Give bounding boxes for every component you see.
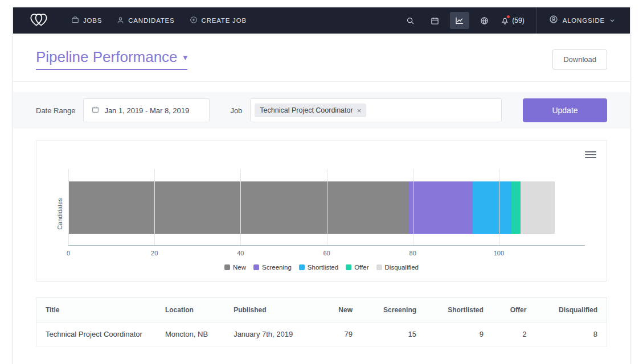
job-chip-label: Technical Project Coordinator (260, 106, 353, 114)
gridline (240, 169, 241, 245)
bar-segment-disqualified[interactable] (521, 181, 555, 234)
download-button[interactable]: Download (552, 49, 607, 69)
pipeline-chart-card: Candidates 020406080100 NewScreeningShor… (36, 140, 607, 282)
gridline (327, 169, 327, 245)
notification-count: (59) (512, 16, 524, 24)
hearts-logo-icon (28, 13, 50, 29)
column-header: Offer (493, 298, 536, 322)
x-tick-label: 60 (323, 250, 330, 257)
date-range-value: Jan 1, 2019 - Mar 8, 2019 (104, 106, 189, 115)
nav-item-jobs[interactable]: JOBS (71, 16, 102, 25)
date-range-input[interactable]: Jan 1, 2019 - Mar 8, 2019 (83, 98, 210, 122)
date-range-label: Date Range (36, 106, 75, 115)
chart-legend: NewScreeningShortlistedOfferDisqualified (48, 264, 595, 271)
plus-circle-icon (190, 16, 198, 25)
table-head-row: TitleLocationPublishedNewScreeningShortl… (36, 298, 607, 322)
legend-item-screening[interactable]: Screening (253, 264, 292, 271)
legend-label: Screening (262, 264, 292, 271)
plot (68, 169, 585, 246)
column-header: Disqualified (535, 298, 607, 322)
column-header: Title (36, 298, 156, 322)
navbar-right-group: (59) ALONGSIDE (395, 7, 615, 34)
table-cell: 15 (362, 322, 425, 346)
legend-label: Offer (354, 264, 368, 271)
table-cell: January 7th, 2019 (224, 322, 321, 346)
bar-segment-offer[interactable] (511, 181, 520, 234)
bar-segment-shortlisted[interactable] (473, 181, 511, 234)
account-menu[interactable]: ALONGSIDE (536, 7, 615, 34)
gridline (68, 169, 69, 245)
user-circle-icon (549, 15, 558, 26)
chevron-down-icon (609, 15, 615, 26)
chip-close-icon[interactable]: × (357, 107, 362, 114)
legend-swatch (253, 264, 259, 270)
nav-item-label: JOBS (83, 17, 102, 24)
gridline (499, 169, 499, 245)
legend-swatch (299, 264, 305, 270)
brand-logo[interactable] (28, 13, 50, 29)
bell-icon (501, 16, 509, 25)
legend-swatch (224, 264, 230, 270)
legend-swatch (376, 264, 382, 270)
nav-item-candidates[interactable]: CANDIDATES (117, 16, 174, 25)
user-icon (117, 16, 124, 25)
search-icon[interactable] (401, 13, 420, 29)
nav-item-create-job[interactable]: CREATE JOB (190, 16, 247, 25)
column-header: Shortlisted (425, 298, 493, 322)
report-selector[interactable]: Pipeline Performance ▾ (36, 48, 187, 70)
nav-item-label: CREATE JOB (202, 17, 247, 24)
column-header: Screening (362, 298, 425, 322)
legend-label: New (233, 264, 246, 271)
legend-item-offer[interactable]: Offer (346, 264, 368, 271)
x-tick-label: 80 (409, 250, 416, 257)
x-tick-label: 100 (494, 250, 504, 257)
notification-dot (506, 15, 510, 19)
table-body: Technical Project CoordinatorMoncton, NB… (36, 322, 607, 346)
globe-icon[interactable] (475, 13, 494, 29)
page-title: Pipeline Performance ▾ (36, 48, 187, 70)
table-cell: 8 (535, 322, 607, 346)
chart-menu-icon[interactable] (585, 150, 596, 160)
table-row: Technical Project CoordinatorMoncton, NB… (36, 322, 607, 346)
calendar-icon[interactable] (425, 13, 444, 29)
title-caret-icon: ▾ (183, 52, 188, 63)
column-header: New (321, 298, 362, 322)
table-cell: 79 (321, 322, 362, 346)
column-header: Location (156, 298, 224, 322)
legend-item-new[interactable]: New (224, 264, 246, 271)
job-select-input[interactable]: Technical Project Coordinator × (250, 98, 502, 122)
account-name: ALONGSIDE (563, 17, 605, 24)
briefcase-icon (71, 16, 79, 25)
page-title-text: Pipeline Performance (36, 48, 178, 66)
primary-nav: JOBS CANDIDATES CREATE JOB (71, 16, 247, 25)
calendar-icon (92, 106, 99, 115)
x-tick-label: 0 (67, 250, 70, 257)
legend-label: Shortlisted (308, 264, 338, 271)
table-cell: Moncton, NB (156, 322, 224, 346)
top-navbar: JOBS CANDIDATES CREATE JOB (13, 7, 630, 34)
table-cell: 9 (425, 322, 493, 346)
results-table: TitleLocationPublishedNewScreeningShortl… (36, 297, 607, 346)
x-tick-label: 20 (151, 250, 158, 257)
reports-chart-icon[interactable] (450, 12, 469, 29)
chart-plot-area: Candidates 020406080100 (68, 169, 585, 258)
x-ticks: 020406080100 (68, 246, 585, 258)
gridline (413, 169, 413, 245)
update-button[interactable]: Update (523, 98, 607, 122)
column-header: Published (224, 298, 321, 322)
bar-segment-new[interactable] (68, 181, 408, 234)
legend-item-disqualified[interactable]: Disqualified (376, 264, 419, 271)
notifications-button[interactable]: (59) (501, 16, 524, 25)
bar-segment-screening[interactable] (408, 181, 473, 234)
legend-swatch (346, 264, 351, 270)
legend-item-shortlisted[interactable]: Shortlisted (299, 264, 338, 271)
page-header: Pipeline Performance ▾ Download (13, 34, 630, 82)
filter-bar: Date Range Jan 1, 2019 - Mar 8, 2019 Job… (13, 92, 630, 129)
job-chip: Technical Project Coordinator × (255, 104, 366, 117)
gridline (154, 169, 155, 245)
legend-label: Disqualified (385, 264, 419, 271)
table-cell: Technical Project Coordinator (36, 322, 156, 346)
table-cell: 2 (493, 322, 536, 346)
app-window: JOBS CANDIDATES CREATE JOB (13, 7, 630, 364)
nav-item-label: CANDIDATES (128, 17, 174, 24)
